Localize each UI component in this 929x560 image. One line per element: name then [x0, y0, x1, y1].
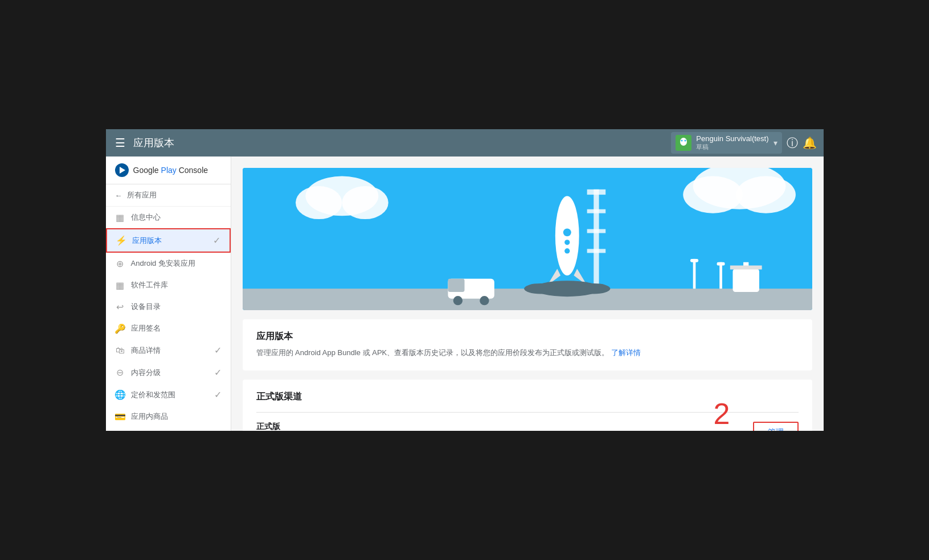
sidebar-item-software-lib[interactable]: ▦ 软件工件库	[106, 274, 231, 296]
sidebar-item-info-center[interactable]: ▦ 信息中心	[106, 207, 231, 228]
svg-point-23	[563, 228, 571, 236]
sidebar-item-label: 软件工件库	[131, 280, 168, 290]
rating-icon: ⊖	[115, 368, 125, 378]
channel-section: 正式版渠道 正式版 将 Android App Bundle 或 APK 添加到…	[243, 380, 812, 431]
top-bar: ☰ 应用版本 Penguin Survival(test) 草稿 ▾	[106, 129, 824, 157]
svg-point-9	[296, 186, 342, 219]
svg-point-10	[342, 186, 388, 219]
app-selector[interactable]: Penguin Survival(test) 草稿 ▾	[671, 132, 781, 154]
app-sub: 草稿	[696, 143, 768, 151]
info-section-desc: 管理应用的 Android App Bundle 或 APK、查看版本历史记录，…	[256, 347, 799, 359]
info-section: 应用版本 管理应用的 Android App Bundle 或 APK、查看版本…	[243, 319, 812, 370]
svg-rect-36	[717, 262, 725, 266]
sidebar-item-label: 设备目录	[131, 302, 161, 312]
grid-icon: ▦	[115, 212, 125, 223]
svg-rect-37	[732, 269, 759, 292]
sidebar: Google Play Console ← 所有应用 ▦ 信息中心 | ⚡ 应用…	[106, 157, 231, 431]
app-selector-info: Penguin Survival(test) 草稿	[696, 134, 768, 151]
channel-name: 正式版	[256, 422, 596, 431]
sidebar-item-device-catalog[interactable]: ↩ 设备目录	[106, 296, 231, 318]
channel-row: 正式版 将 Android App Bundle 或 APK 添加到正式版，即可…	[256, 412, 799, 431]
svg-rect-35	[719, 262, 722, 289]
main-content: 应用版本 管理应用的 Android App Bundle 或 APK、查看版本…	[231, 157, 824, 431]
svg-rect-15	[587, 190, 605, 195]
hamburger-icon[interactable]: ☰	[113, 134, 128, 152]
svg-rect-18	[587, 249, 605, 253]
sidebar-item-app-signing[interactable]: 🔑 应用签名	[106, 318, 231, 339]
sidebar-header: Google Play Console	[106, 157, 231, 184]
app-name: Penguin Survival(test)	[696, 134, 768, 143]
svg-rect-34	[690, 259, 698, 262]
device-icon: ↩	[115, 302, 125, 312]
check-icon-2: ✓	[214, 345, 222, 356]
key-icon: 🔑	[115, 323, 125, 333]
learn-more-link[interactable]: 了解详情	[611, 348, 641, 357]
back-label: 所有应用	[127, 190, 157, 200]
top-bar-right: Penguin Survival(test) 草稿 ▾ ⓘ 🔔	[671, 132, 816, 154]
svg-point-3	[685, 140, 686, 142]
shopping-icon: 🛍	[115, 345, 125, 356]
google-play-logo	[115, 163, 129, 177]
check-icon-3: ✓	[214, 367, 222, 378]
sidebar-item-label: Android 免安装应用	[131, 258, 195, 269]
svg-point-28	[577, 283, 610, 294]
check-icon-4: ✓	[214, 389, 222, 400]
svg-point-12	[683, 176, 743, 213]
sidebar-item-label: 应用版本	[132, 236, 162, 246]
main-layout: Google Play Console ← 所有应用 ▦ 信息中心 | ⚡ 应用…	[106, 157, 824, 431]
svg-rect-33	[693, 259, 695, 289]
globe-icon: 🌐	[115, 390, 125, 400]
sidebar-item-translation[interactable]: XA 翻译服务	[106, 427, 231, 431]
svg-rect-39	[730, 266, 762, 270]
svg-point-31	[453, 296, 462, 305]
sidebar-item-label: 内容分级	[131, 368, 161, 378]
svg-point-1	[680, 138, 687, 146]
sidebar-item-label: 信息中心	[131, 212, 161, 223]
manage-btn-container: 2 管理	[742, 422, 799, 431]
svg-rect-7	[243, 289, 812, 310]
page-title: 应用版本	[133, 136, 666, 150]
svg-point-2	[681, 140, 683, 142]
svg-point-25	[564, 248, 570, 253]
svg-point-27	[524, 283, 557, 294]
sidebar-item-label: 商品详情	[131, 345, 161, 356]
sidebar-logo-text: Google Play Console	[133, 166, 208, 175]
sidebar-back-button[interactable]: ← 所有应用	[106, 184, 231, 207]
svg-rect-17	[587, 229, 605, 233]
check-icon: ✓	[213, 235, 220, 246]
info-section-title: 应用版本	[256, 331, 799, 343]
circle-plus-icon: ⊕	[115, 258, 125, 269]
svg-rect-30	[448, 279, 464, 292]
svg-point-24	[564, 240, 570, 245]
lightning-icon: ⚡	[116, 236, 126, 246]
sidebar-item-pricing[interactable]: 🌐 定价和发范围 ✓	[106, 384, 231, 406]
grid2-icon: ▦	[115, 280, 125, 290]
dropdown-icon: ▾	[774, 138, 777, 147]
sidebar-item-label: 定价和发范围	[131, 390, 175, 400]
channel-info: 正式版 将 Android App Bundle 或 APK 添加到正式版，即可…	[256, 422, 596, 431]
annotation-2: 2	[714, 399, 730, 429]
manage-button[interactable]: 管理	[753, 422, 799, 431]
sidebar-item-label: 应用签名	[131, 323, 161, 333]
sidebar-item-app-version[interactable]: | ⚡ 应用版本 ✓	[106, 228, 231, 253]
sidebar-item-android-instant[interactable]: ⊕ Android 免安装应用	[106, 253, 231, 274]
hero-banner	[243, 168, 812, 310]
app-icon	[676, 135, 691, 151]
sidebar-item-label: 应用内商品	[131, 411, 168, 422]
svg-point-32	[480, 296, 489, 305]
sidebar-item-product-details[interactable]: 🛍 商品详情 ✓	[106, 339, 231, 361]
card-icon: 💳	[115, 411, 125, 422]
sidebar-item-content-rating[interactable]: ⊖ 内容分级 ✓	[106, 361, 231, 384]
svg-rect-14	[594, 190, 599, 289]
svg-rect-16	[587, 209, 605, 213]
info-icon[interactable]: ⓘ	[787, 135, 798, 151]
notification-icon[interactable]: 🔔	[803, 136, 817, 150]
svg-point-13	[736, 176, 796, 213]
sidebar-item-in-app-products[interactable]: 💳 应用内商品	[106, 406, 231, 427]
back-arrow-icon: ←	[115, 191, 122, 200]
